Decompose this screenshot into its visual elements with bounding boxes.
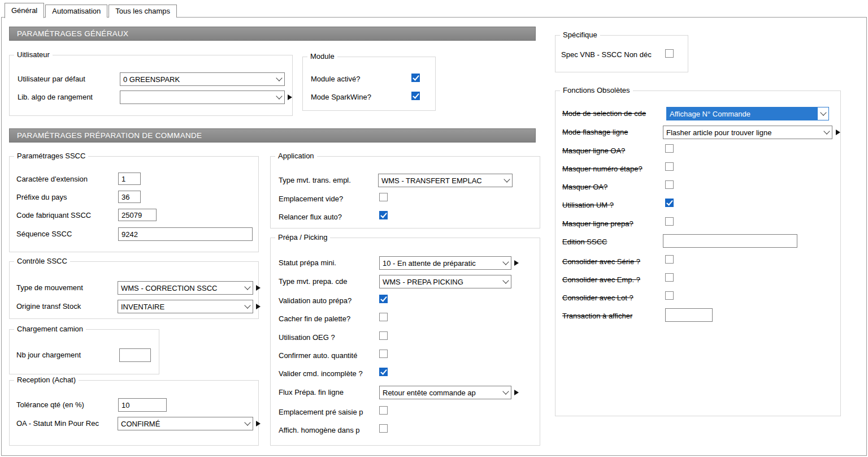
group-parametrages-sscc: Paramétrages SSCC Caractère d'extension … xyxy=(9,156,259,252)
oa-statut-min-value: CONFIRMÉ xyxy=(118,417,242,430)
masquer-ligne-oa-label: Masquer ligne OA? xyxy=(562,146,625,155)
group-specifique: Spécifique Spec VNB - SSCC Non déc xyxy=(555,35,688,72)
nb-jour-chargement-input[interactable] xyxy=(119,348,151,362)
type-mvt-prepa-combobox[interactable]: WMS - PREPA PICKING xyxy=(379,275,511,288)
masquer-ligne-oa-checkbox[interactable] xyxy=(665,144,674,153)
valider-cmd-incomplete-checkbox[interactable] xyxy=(379,368,388,376)
consolider-serie-checkbox[interactable] xyxy=(665,255,674,264)
statut-prepa-mini-combobox[interactable]: 10 - En attente de préparatic xyxy=(379,256,511,270)
type-mouvement-combobox[interactable]: WMS - CORRECTION SSCC xyxy=(118,281,253,295)
module-active-checkbox[interactable] xyxy=(411,74,420,82)
flux-prepa-fin-ligne-combobox[interactable]: Retour entête commande ap xyxy=(379,386,511,399)
oa-statut-min-detail-arrow[interactable] xyxy=(256,421,261,426)
algo-rangement-combobox[interactable] xyxy=(120,90,285,104)
flux-prepa-fin-ligne-detail-arrow[interactable] xyxy=(514,390,519,395)
type-mvt-prepa-value: WMS - PREPA PICKING xyxy=(380,275,500,288)
module-active-label: Module activé? xyxy=(311,75,360,83)
origine-transf-value: INVENTAIRE xyxy=(118,300,242,313)
origine-transf-detail-arrow[interactable] xyxy=(256,304,261,309)
mode-flashage-detail-arrow[interactable] xyxy=(836,130,840,135)
affich-homogene-checkbox[interactable] xyxy=(379,424,388,433)
tab-strip: Général Automatisation Tous les champs xyxy=(5,3,177,18)
prefixe-pays-label: Préfixe du pays xyxy=(16,193,67,201)
code-fabriquant-label: Code fabriquant SSCC xyxy=(16,211,91,219)
transaction-afficher-label: Transaction à afficher xyxy=(562,312,632,320)
type-mvt-trans-value: WMS - TRANSFERT EMPLAC xyxy=(379,174,501,187)
consolider-emp-label: Consolider avec Emp. ? xyxy=(562,275,640,284)
confirmer-auto-qte-checkbox[interactable] xyxy=(379,350,388,358)
consolider-emp-checkbox[interactable] xyxy=(665,273,674,282)
tolerance-qte-label: Tolérance qté (en %) xyxy=(16,400,84,409)
valider-cmd-incomplete-label: Valider cmd. incomplète ? xyxy=(279,369,363,378)
section-header-parametrages-generaux: PARAMÉTRAGES GÉNÉRAUX xyxy=(9,27,536,41)
group-chargement-camion-title: Chargement camion xyxy=(14,325,86,333)
utilisation-um-checkbox[interactable] xyxy=(665,199,674,207)
type-mvt-trans-label: Type mvt. trans. empl. xyxy=(279,176,351,184)
cacher-fin-palette-checkbox[interactable] xyxy=(379,313,388,321)
mode-sparkwine-checkbox[interactable] xyxy=(411,92,420,100)
masquer-ligne-prepa-checkbox[interactable] xyxy=(665,217,674,226)
masquer-numero-etape-label: Masquer numéro étape? xyxy=(562,165,643,173)
sequence-sscc-input[interactable] xyxy=(118,227,253,241)
chevron-down-icon xyxy=(500,386,511,399)
masquer-oa-checkbox[interactable] xyxy=(665,180,674,189)
consolider-lot-checkbox[interactable] xyxy=(665,291,674,300)
mode-flashage-label: Mode flashage ligne xyxy=(562,128,628,136)
utilisation-oeg-label: Utilisation OEG ? xyxy=(279,333,335,342)
mode-flashage-value: Flasher article pour trouver ligne xyxy=(663,126,821,139)
chevron-down-icon xyxy=(818,107,828,120)
mode-selection-cde-label: Mode de selection de cde xyxy=(562,109,646,118)
utilisation-oeg-checkbox[interactable] xyxy=(379,331,388,340)
mode-flashage-combobox[interactable]: Flasher article pour trouver ligne xyxy=(663,126,832,139)
tab-automatisation[interactable]: Automatisation xyxy=(45,5,107,18)
group-fonctions-obsoletes-title: Fonctions Obsolètes xyxy=(560,86,633,94)
mode-sparkwine-label: Mode SparkWine? xyxy=(311,93,371,101)
statut-prepa-mini-label: Statut prépa mini. xyxy=(279,258,336,267)
statut-prepa-mini-value: 10 - En attente de préparatic xyxy=(380,257,500,269)
tolerance-qte-input[interactable] xyxy=(118,398,167,412)
masquer-numero-etape-checkbox[interactable] xyxy=(665,162,674,171)
emplacement-pre-saisie-checkbox[interactable] xyxy=(379,406,388,415)
emplacement-vide-checkbox[interactable] xyxy=(379,193,388,201)
oa-statut-min-combobox[interactable]: CONFIRMÉ xyxy=(118,417,253,430)
emplacement-pre-saisie-label: Emplacement pré saisie p xyxy=(279,408,363,416)
edition-sscc-input[interactable] xyxy=(663,234,797,248)
algo-rangement-value xyxy=(120,91,274,104)
nb-jour-chargement-label: Nb jour chargement xyxy=(16,351,81,359)
statut-prepa-mini-detail-arrow[interactable] xyxy=(514,260,519,266)
origine-transf-combobox[interactable]: INVENTAIRE xyxy=(118,300,253,313)
chevron-down-icon xyxy=(242,417,253,430)
group-utilisateur: Uitlisateur Utilisateur par défaut 0 GRE… xyxy=(9,55,293,116)
relancer-flux-checkbox[interactable] xyxy=(379,211,388,219)
chevron-down-icon xyxy=(500,275,511,288)
emplacement-vide-label: Emplacement vide? xyxy=(279,195,343,203)
transaction-afficher-input[interactable] xyxy=(665,308,713,322)
code-fabriquant-input[interactable] xyxy=(118,209,157,221)
caractere-extension-label: Caractère d'extension xyxy=(16,175,88,183)
origine-transf-label: Origine transf Stock xyxy=(16,302,81,311)
prefixe-pays-input[interactable] xyxy=(118,191,141,203)
affich-homogene-label: Affich. homogène dans p xyxy=(279,426,360,434)
type-mouvement-detail-arrow[interactable] xyxy=(256,285,261,291)
chevron-down-icon xyxy=(242,300,253,313)
caractere-extension-input[interactable] xyxy=(118,173,141,185)
mode-selection-cde-combobox[interactable]: Affichage N° Commande xyxy=(666,107,829,120)
type-mouvement-value: WMS - CORRECTION SSCC xyxy=(118,282,242,294)
spec-vnb-label: Spec VNB - SSCC Non déc xyxy=(561,50,652,59)
group-chargement-camion: Chargement camion Nb jour chargement xyxy=(9,329,159,374)
flux-prepa-fin-ligne-value: Retour entête commande ap xyxy=(380,386,500,399)
consolider-lot-label: Consolider avec Lot ? xyxy=(562,294,633,302)
validation-auto-prepa-checkbox[interactable] xyxy=(379,295,388,303)
default-user-combobox[interactable]: 0 GREENSPARK xyxy=(120,72,285,86)
tab-tous-les-champs[interactable]: Tous les champs xyxy=(108,5,177,18)
spec-vnb-checkbox[interactable] xyxy=(665,49,674,58)
type-mouvement-label: Type de mouvement xyxy=(16,283,83,292)
tab-general[interactable]: Général xyxy=(5,3,44,18)
algo-rangement-detail-arrow[interactable] xyxy=(288,94,292,100)
group-controle-sscc-title: Contrôle SSCC xyxy=(14,257,70,265)
group-module-title: Module xyxy=(307,52,337,61)
cacher-fin-palette-label: Cacher fin de palette? xyxy=(279,314,350,323)
masquer-oa-label: Masquer OA? xyxy=(562,183,607,191)
flux-prepa-fin-ligne-label: Flux Prépa. fin ligne xyxy=(279,388,344,396)
type-mvt-trans-combobox[interactable]: WMS - TRANSFERT EMPLAC xyxy=(378,174,513,187)
